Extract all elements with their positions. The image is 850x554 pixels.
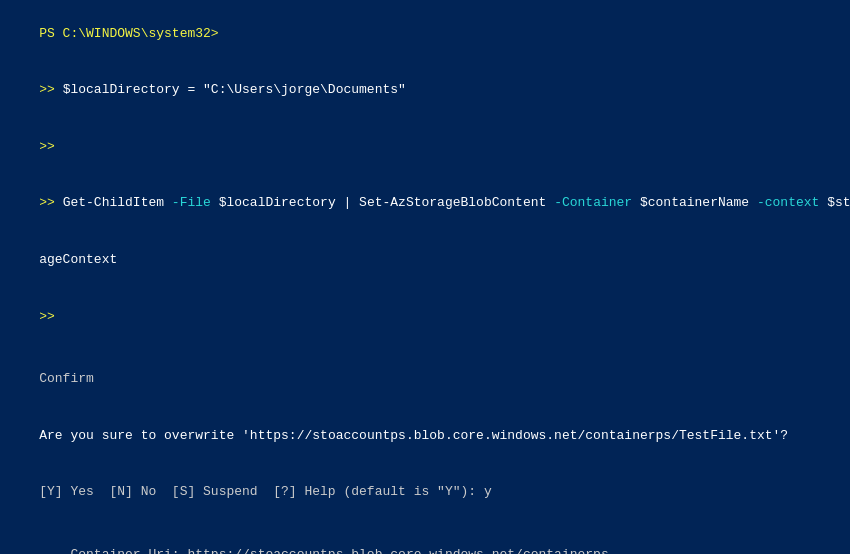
line-4a: >> Get-ChildItem -File $localDirectory |… bbox=[8, 176, 842, 233]
line-2: >> $localDirectory = "C:\Users\jorge\Doc… bbox=[8, 63, 842, 120]
confirm-url: 'https://stoaccountps.blob.core.windows.… bbox=[234, 428, 788, 443]
confirm-text: Are you sure to bbox=[39, 428, 164, 443]
confirm-header: Confirm bbox=[8, 351, 842, 408]
overwrite-word: overwrite bbox=[164, 428, 234, 443]
prompt-3: >> bbox=[39, 139, 55, 154]
cmd-4e: ageContext bbox=[39, 252, 117, 267]
cmd-4c: $containerName bbox=[632, 195, 757, 210]
line-3: >> bbox=[8, 119, 842, 176]
line-5: >> bbox=[8, 289, 842, 346]
line-1: PS C:\WINDOWS\system32> bbox=[8, 6, 842, 63]
line-4b: ageContext bbox=[8, 232, 842, 289]
param-file: -File bbox=[172, 195, 211, 210]
confirm-options: [Y] Yes [N] No [S] Suspend [?] Help (def… bbox=[8, 464, 842, 521]
prompt-4: >> bbox=[39, 195, 62, 210]
code-2: $localDirectory = "C:\Users\jorge\Docume… bbox=[63, 82, 406, 97]
cmd-4b: $localDirectory | Set-AzStorageBlobConte… bbox=[211, 195, 554, 210]
container-uri: Container Uri: https://stoaccountps.blob… bbox=[8, 527, 842, 554]
prompt-5: >> bbox=[39, 309, 55, 324]
prompt-2: >> bbox=[39, 82, 62, 97]
param-container: -Container bbox=[554, 195, 632, 210]
cmd-4a: Get-ChildItem bbox=[63, 195, 172, 210]
param-context: -context bbox=[757, 195, 819, 210]
cmd-4d: $stor bbox=[819, 195, 850, 210]
prompt-1: PS C:\WINDOWS\system32> bbox=[39, 26, 218, 41]
confirm-question: Are you sure to overwrite 'https://stoac… bbox=[8, 408, 842, 465]
terminal-window: PS C:\WINDOWS\system32> >> $localDirecto… bbox=[0, 0, 850, 554]
